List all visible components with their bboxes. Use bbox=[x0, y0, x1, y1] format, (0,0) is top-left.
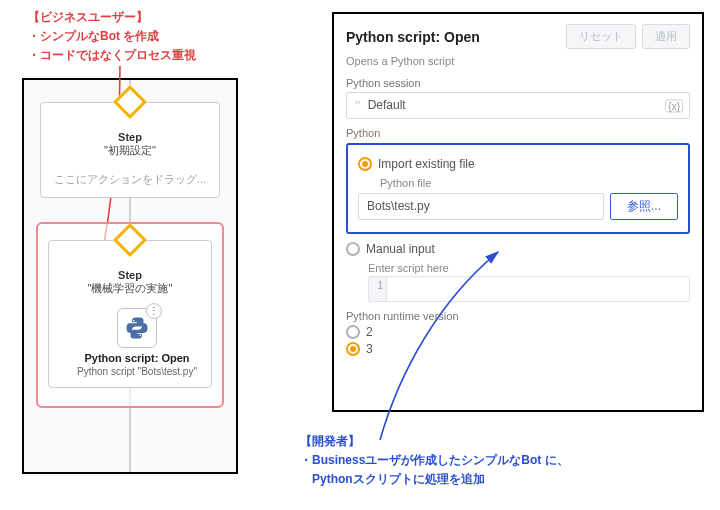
diamond-handle-icon[interactable] bbox=[113, 223, 147, 257]
runtime-label: Python runtime version bbox=[346, 310, 690, 322]
radio-icon bbox=[358, 157, 372, 171]
action-card-python-open[interactable]: ⋮ Python script: Open Python script "Bot… bbox=[57, 308, 217, 377]
reset-button[interactable]: リセット bbox=[566, 24, 636, 49]
python-logo-icon bbox=[124, 315, 150, 341]
radio-label: Import existing file bbox=[378, 157, 475, 171]
quote-icon: ” bbox=[355, 98, 360, 112]
radio-runtime-3[interactable]: 3 bbox=[346, 342, 690, 356]
python-section-label: Python bbox=[346, 127, 690, 139]
radio-label: 3 bbox=[366, 342, 373, 356]
annotation-line: ・シンプルなBot を作成 bbox=[28, 27, 196, 46]
step-node-initial[interactable]: Step "初期設定" ここにアクションをドラッグ... bbox=[40, 102, 220, 198]
session-label: Python session bbox=[346, 77, 690, 89]
radio-manual-input[interactable]: Manual input bbox=[346, 242, 690, 256]
python-file-input[interactable]: Bots\test.py bbox=[358, 193, 604, 220]
annotation-heading: 【ビジネスユーザー】 bbox=[28, 8, 196, 27]
diamond-handle-icon[interactable] bbox=[113, 85, 147, 119]
step-node-ml[interactable]: Step "機械学習の実施" ⋮ Python script: Open Pyt… bbox=[48, 240, 212, 388]
bot-designer-panel: Step "初期設定" ここにアクションをドラッグ... Step "機械学習の… bbox=[22, 78, 238, 474]
annotation-heading: 【開発者】 bbox=[300, 432, 569, 451]
drop-hint-text: ここにアクションをドラッグ... bbox=[49, 172, 211, 187]
properties-panel: Python script: Open リセット 適用 Opens a Pyth… bbox=[332, 12, 704, 412]
step-name: "初期設定" bbox=[49, 143, 211, 158]
import-file-group: Import existing file Python file Bots\te… bbox=[346, 143, 690, 234]
annotation-line: ・Businessユーザが作成したシンプルなBot に、 bbox=[300, 451, 569, 470]
step-label: Step bbox=[49, 131, 211, 143]
file-path-value: Bots\test.py bbox=[367, 199, 430, 213]
radio-icon bbox=[346, 342, 360, 356]
action-title: Python script: Open bbox=[57, 352, 217, 364]
step-name: "機械学習の実施" bbox=[57, 281, 203, 296]
kebab-menu-icon[interactable]: ⋮ bbox=[146, 303, 162, 319]
script-label: Enter script here bbox=[368, 262, 690, 274]
line-gutter: 1 bbox=[369, 277, 387, 301]
radio-icon bbox=[346, 242, 360, 256]
annotation-developer: 【開発者】 ・Businessユーザが作成したシンプルなBot に、 Pytho… bbox=[300, 432, 569, 490]
script-editor[interactable]: 1 bbox=[368, 276, 690, 302]
code-area[interactable] bbox=[387, 277, 689, 301]
annotation-business-user: 【ビジネスユーザー】 ・シンプルなBot を作成 ・コードではなくプロセス重視 bbox=[28, 8, 196, 66]
variable-picker-icon[interactable]: {x} bbox=[665, 99, 683, 112]
selected-step-wrapper: Step "機械学習の実施" ⋮ Python script: Open Pyt… bbox=[36, 222, 224, 408]
session-input[interactable]: ” Default {x} bbox=[346, 92, 690, 119]
apply-button[interactable]: 適用 bbox=[642, 24, 690, 49]
radio-icon bbox=[346, 325, 360, 339]
radio-import-existing[interactable]: Import existing file bbox=[358, 157, 678, 171]
session-value: Default bbox=[368, 98, 406, 112]
radio-runtime-2[interactable]: 2 bbox=[346, 325, 690, 339]
file-label: Python file bbox=[380, 177, 678, 189]
browse-button[interactable]: 参照... bbox=[610, 193, 678, 220]
python-icon: ⋮ bbox=[117, 308, 157, 348]
radio-label: Manual input bbox=[366, 242, 435, 256]
action-subtitle: Python script "Bots\test.py" bbox=[57, 366, 217, 377]
annotation-line: ・コードではなくプロセス重視 bbox=[28, 46, 196, 65]
annotation-line: Pythonスクリプトに処理を追加 bbox=[300, 470, 569, 489]
panel-description: Opens a Python script bbox=[346, 55, 690, 67]
panel-title: Python script: Open bbox=[346, 29, 480, 45]
radio-label: 2 bbox=[366, 325, 373, 339]
step-label: Step bbox=[57, 269, 203, 281]
